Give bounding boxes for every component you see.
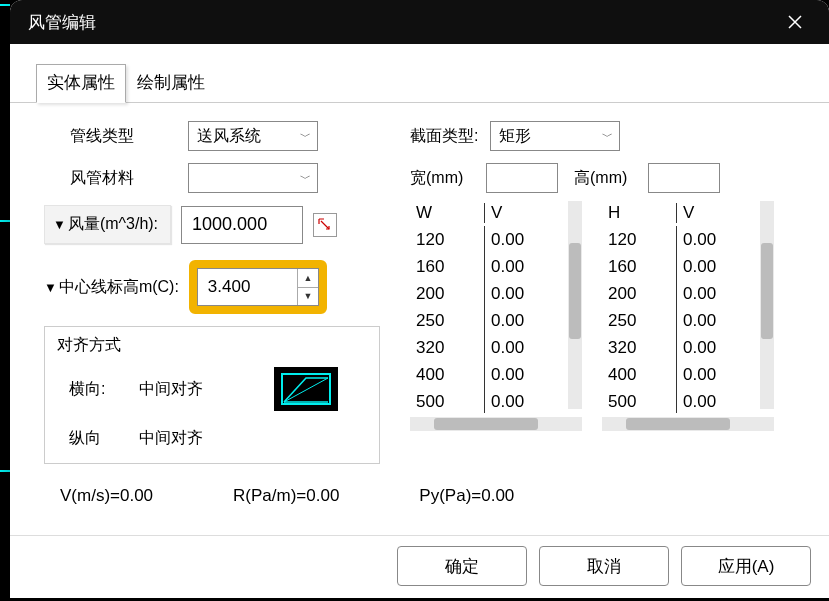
table-row[interactable]: 1200.00 (602, 226, 774, 253)
table-row[interactable]: 2500.00 (410, 307, 582, 334)
table-row[interactable]: 3200.00 (410, 334, 582, 361)
table-w[interactable]: W V 1200.001600.002000.002500.003200.004… (410, 201, 582, 413)
center-elev-highlight: 3.400 ▲ ▼ (189, 260, 327, 314)
airflow-label-box[interactable]: ▼ 风量(m^3/h): (44, 205, 171, 244)
select-value: 矩形 (499, 126, 531, 147)
table-row[interactable]: 3200.00 (602, 334, 774, 361)
table-cell: 160 (410, 253, 484, 280)
close-icon[interactable] (773, 2, 817, 42)
stat-resistance: R(Pa/m)=0.00 (233, 486, 339, 506)
tab-strip: 实体属性 绘制属性 (36, 64, 829, 103)
table-row[interactable]: 1600.00 (410, 253, 582, 280)
size-tables: W V 1200.001600.002000.002500.003200.004… (410, 201, 805, 431)
center-elev-label-wrap[interactable]: ▼ 中心线标高m(C): (44, 277, 179, 298)
section-type-select[interactable]: 矩形 ﹀ (490, 121, 620, 151)
titlebar: 风管编辑 (10, 0, 829, 44)
left-column: 管线类型 送风系统 ﹀ 风管材料 ﹀ ▼ 风量( (44, 121, 404, 464)
triangle-down-icon: ▼ (44, 280, 57, 295)
table-row[interactable]: 4000.00 (410, 361, 582, 388)
duct-material-label: 风管材料 (44, 168, 134, 189)
spin-buttons: ▲ ▼ (297, 269, 318, 305)
table-cell: 500 (410, 388, 484, 413)
vert-align-value: 中间对齐 (139, 428, 203, 449)
table-header: W (410, 203, 484, 223)
height-input[interactable] (648, 163, 720, 193)
spin-up-icon[interactable]: ▲ (298, 269, 318, 288)
button-label: 确定 (445, 555, 479, 578)
spin-down-icon[interactable]: ▼ (298, 288, 318, 306)
button-label: 取消 (587, 555, 621, 578)
align-group-title: 对齐方式 (57, 335, 367, 356)
center-elev-spin[interactable]: 3.400 ▲ ▼ (197, 268, 319, 306)
tab-label: 实体属性 (47, 73, 115, 92)
window-title: 风管编辑 (28, 11, 773, 34)
section-type-label: 截面类型: (410, 126, 478, 147)
pipe-type-select[interactable]: 送风系统 ﹀ (188, 121, 318, 151)
table-cell: 200 (602, 280, 676, 307)
scroll-thumb[interactable] (761, 243, 773, 339)
scroll-thumb[interactable] (626, 418, 730, 430)
table-row[interactable]: 5000.00 (410, 388, 582, 413)
horiz-align-label: 横向: (69, 379, 139, 400)
chevron-down-icon: ﹀ (602, 129, 613, 144)
table-cell: 400 (410, 361, 484, 388)
apply-button[interactable]: 应用(A) (681, 546, 811, 586)
table-row[interactable]: 1200.00 (410, 226, 582, 253)
select-value: 送风系统 (197, 126, 261, 147)
triangle-down-icon: ▼ (53, 217, 66, 232)
table-cell: 320 (602, 334, 676, 361)
table-cell: 160 (602, 253, 676, 280)
table-row[interactable]: 2000.00 (410, 280, 582, 307)
chevron-down-icon: ﹀ (300, 129, 311, 144)
airflow-label: 风量(m^3/h): (68, 214, 158, 235)
center-elev-value: 3.400 (198, 269, 297, 305)
tab-entity-props[interactable]: 实体属性 (36, 64, 126, 103)
dialog-button-row: 确定 取消 应用(A) (10, 535, 829, 598)
table-cell: 250 (410, 307, 484, 334)
table-h[interactable]: H V 1200.001600.002000.002500.003200.004… (602, 201, 774, 413)
ok-button[interactable]: 确定 (397, 546, 527, 586)
table-cell: 120 (410, 226, 484, 253)
table-row[interactable]: 4000.00 (602, 361, 774, 388)
vertical-scrollbar[interactable] (568, 201, 582, 409)
horizontal-scrollbar[interactable] (602, 417, 774, 431)
table-h-wrap: H V 1200.001600.002000.002500.003200.004… (602, 201, 774, 431)
table-w-wrap: W V 1200.001600.002000.002500.003200.004… (410, 201, 582, 431)
airflow-input[interactable]: 1000.000 (181, 206, 303, 244)
dialog-duct-edit: 风管编辑 实体属性 绘制属性 管线类型 送风系统 ﹀ 风管材料 (10, 0, 829, 598)
table-body: 1200.001600.002000.002500.003200.004000.… (602, 226, 774, 413)
tab-draw-props[interactable]: 绘制属性 (126, 64, 216, 103)
scroll-thumb[interactable] (434, 418, 538, 430)
chevron-down-icon: ﹀ (300, 171, 311, 186)
table-body: 1200.001600.002000.002500.003200.004000.… (410, 226, 582, 413)
table-cell: 200 (410, 280, 484, 307)
right-column: 截面类型: 矩形 ﹀ 宽(mm) 高(mm) (410, 121, 805, 464)
width-input[interactable] (486, 163, 558, 193)
table-row[interactable]: 5000.00 (602, 388, 774, 413)
tab-panel-entity: 管线类型 送风系统 ﹀ 风管材料 ﹀ ▼ 风量( (10, 102, 829, 535)
vertical-scrollbar[interactable] (760, 201, 774, 409)
button-label: 应用(A) (718, 555, 775, 578)
airflow-pick-button[interactable] (313, 213, 337, 237)
tab-label: 绘制属性 (137, 73, 205, 92)
horizontal-scrollbar[interactable] (410, 417, 582, 431)
height-label: 高(mm) (574, 168, 644, 189)
vert-align-label: 纵向 (69, 428, 139, 449)
form-area: 管线类型 送风系统 ﹀ 风管材料 ﹀ ▼ 风量( (44, 121, 805, 464)
scroll-thumb[interactable] (569, 243, 581, 339)
table-cell: 320 (410, 334, 484, 361)
table-cell: 500 (602, 388, 676, 413)
table-cell: 120 (602, 226, 676, 253)
center-elev-label: 中心线标高m(C): (59, 277, 179, 298)
table-row[interactable]: 1600.00 (602, 253, 774, 280)
duct-material-select[interactable]: ﹀ (188, 163, 318, 193)
pipe-type-label: 管线类型 (44, 126, 134, 147)
table-header: H (602, 203, 676, 223)
align-preview-button[interactable] (273, 366, 339, 412)
stat-pressure: Py(Pa)=0.00 (419, 486, 514, 506)
table-row[interactable]: 2500.00 (602, 307, 774, 334)
cancel-button[interactable]: 取消 (539, 546, 669, 586)
airflow-value: 1000.000 (192, 214, 267, 235)
horiz-align-value: 中间对齐 (139, 379, 203, 400)
table-row[interactable]: 2000.00 (602, 280, 774, 307)
